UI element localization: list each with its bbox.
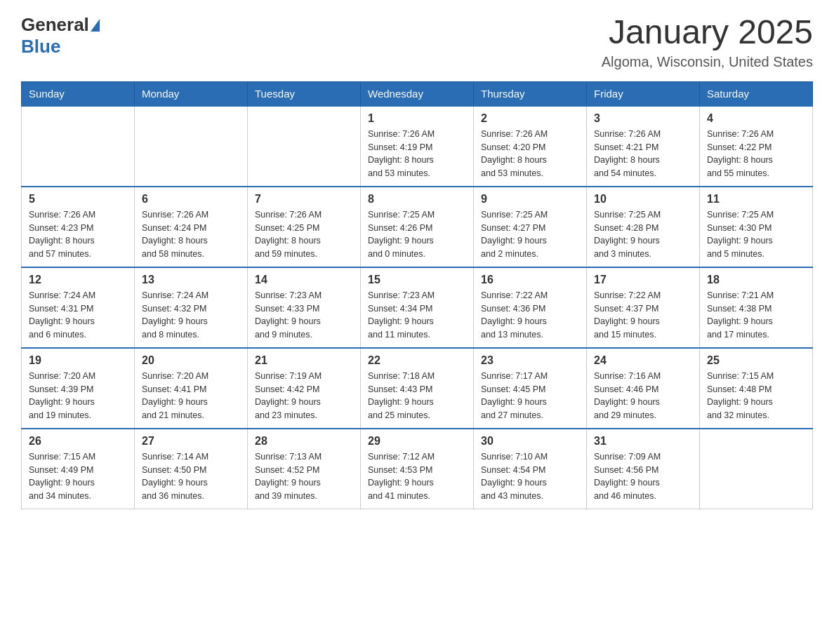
calendar-cell: 9Sunrise: 7:25 AMSunset: 4:27 PMDaylight…: [474, 187, 587, 267]
calendar-cell: 2Sunrise: 7:26 AMSunset: 4:20 PMDaylight…: [474, 106, 587, 187]
day-number: 31: [594, 435, 692, 448]
day-number: 9: [481, 193, 579, 206]
calendar-cell: 6Sunrise: 7:26 AMSunset: 4:24 PMDaylight…: [135, 187, 248, 267]
day-info: Sunrise: 7:20 AMSunset: 4:39 PMDaylight:…: [29, 370, 127, 422]
day-number: 26: [29, 435, 127, 448]
title-area: January 2025 Algoma, Wisconsin, United S…: [602, 14, 813, 70]
calendar-cell: 7Sunrise: 7:26 AMSunset: 4:25 PMDaylight…: [248, 187, 361, 267]
calendar-cell: 10Sunrise: 7:25 AMSunset: 4:28 PMDayligh…: [587, 187, 700, 267]
calendar-week-row: 26Sunrise: 7:15 AMSunset: 4:49 PMDayligh…: [22, 429, 813, 509]
calendar-header-row: Sunday Monday Tuesday Wednesday Thursday…: [22, 81, 813, 106]
calendar-cell: 16Sunrise: 7:22 AMSunset: 4:36 PMDayligh…: [474, 267, 587, 348]
calendar-cell: 11Sunrise: 7:25 AMSunset: 4:30 PMDayligh…: [700, 187, 813, 267]
header-thursday: Thursday: [474, 81, 587, 106]
day-number: 10: [594, 193, 692, 206]
calendar-cell: [248, 106, 361, 187]
day-info: Sunrise: 7:15 AMSunset: 4:48 PMDaylight:…: [707, 370, 805, 422]
header-monday: Monday: [135, 81, 248, 106]
day-number: 14: [255, 274, 353, 286]
page-header: General Blue January 2025 Algoma, Wiscon…: [21, 14, 813, 70]
day-number: 13: [142, 274, 240, 286]
day-number: 7: [255, 193, 353, 206]
day-number: 8: [368, 193, 466, 206]
location-subtitle: Algoma, Wisconsin, United States: [602, 54, 813, 70]
day-number: 19: [29, 354, 127, 367]
day-number: 1: [368, 112, 466, 125]
calendar-cell: 25Sunrise: 7:15 AMSunset: 4:48 PMDayligh…: [700, 348, 813, 429]
calendar-cell: 18Sunrise: 7:21 AMSunset: 4:38 PMDayligh…: [700, 267, 813, 348]
calendar-cell: 4Sunrise: 7:26 AMSunset: 4:22 PMDaylight…: [700, 106, 813, 187]
calendar-cell: 5Sunrise: 7:26 AMSunset: 4:23 PMDaylight…: [22, 187, 135, 267]
day-number: 16: [481, 274, 579, 286]
logo: General Blue: [21, 14, 100, 58]
day-info: Sunrise: 7:26 AMSunset: 4:20 PMDaylight:…: [481, 128, 579, 180]
day-number: 12: [29, 274, 127, 286]
day-number: 24: [594, 354, 692, 367]
calendar-cell: 21Sunrise: 7:19 AMSunset: 4:42 PMDayligh…: [248, 348, 361, 429]
day-info: Sunrise: 7:26 AMSunset: 4:24 PMDaylight:…: [142, 208, 240, 261]
calendar-cell: 12Sunrise: 7:24 AMSunset: 4:31 PMDayligh…: [22, 267, 135, 348]
day-info: Sunrise: 7:13 AMSunset: 4:52 PMDaylight:…: [255, 450, 353, 503]
day-info: Sunrise: 7:10 AMSunset: 4:54 PMDaylight:…: [481, 450, 579, 503]
calendar-week-row: 5Sunrise: 7:26 AMSunset: 4:23 PMDaylight…: [22, 187, 813, 267]
calendar-cell: 3Sunrise: 7:26 AMSunset: 4:21 PMDaylight…: [587, 106, 700, 187]
calendar-cell: 17Sunrise: 7:22 AMSunset: 4:37 PMDayligh…: [587, 267, 700, 348]
header-wednesday: Wednesday: [361, 81, 474, 106]
day-info: Sunrise: 7:16 AMSunset: 4:46 PMDaylight:…: [594, 370, 692, 422]
day-info: Sunrise: 7:26 AMSunset: 4:23 PMDaylight:…: [29, 208, 127, 261]
calendar-cell: 23Sunrise: 7:17 AMSunset: 4:45 PMDayligh…: [474, 348, 587, 429]
logo-blue-text: Blue: [21, 36, 60, 57]
day-number: 23: [481, 354, 579, 367]
calendar-cell: 15Sunrise: 7:23 AMSunset: 4:34 PMDayligh…: [361, 267, 474, 348]
logo-general-text: General: [21, 14, 89, 36]
day-number: 6: [142, 193, 240, 206]
calendar-cell: 13Sunrise: 7:24 AMSunset: 4:32 PMDayligh…: [135, 267, 248, 348]
day-number: 21: [255, 354, 353, 367]
calendar-cell: 19Sunrise: 7:20 AMSunset: 4:39 PMDayligh…: [22, 348, 135, 429]
calendar-week-row: 1Sunrise: 7:26 AMSunset: 4:19 PMDaylight…: [22, 106, 813, 187]
header-sunday: Sunday: [22, 81, 135, 106]
header-tuesday: Tuesday: [248, 81, 361, 106]
day-info: Sunrise: 7:22 AMSunset: 4:36 PMDaylight:…: [481, 289, 579, 342]
day-info: Sunrise: 7:18 AMSunset: 4:43 PMDaylight:…: [368, 370, 466, 422]
day-number: 17: [594, 274, 692, 286]
calendar-cell: 30Sunrise: 7:10 AMSunset: 4:54 PMDayligh…: [474, 429, 587, 509]
day-info: Sunrise: 7:22 AMSunset: 4:37 PMDaylight:…: [594, 289, 692, 342]
calendar-cell: 27Sunrise: 7:14 AMSunset: 4:50 PMDayligh…: [135, 429, 248, 509]
day-number: 3: [594, 112, 692, 125]
day-number: 29: [368, 435, 466, 448]
day-info: Sunrise: 7:26 AMSunset: 4:25 PMDaylight:…: [255, 208, 353, 261]
day-info: Sunrise: 7:25 AMSunset: 4:26 PMDaylight:…: [368, 208, 466, 261]
calendar-week-row: 12Sunrise: 7:24 AMSunset: 4:31 PMDayligh…: [22, 267, 813, 348]
calendar-cell: [700, 429, 813, 509]
calendar-cell: 22Sunrise: 7:18 AMSunset: 4:43 PMDayligh…: [361, 348, 474, 429]
day-info: Sunrise: 7:23 AMSunset: 4:34 PMDaylight:…: [368, 289, 466, 342]
day-info: Sunrise: 7:25 AMSunset: 4:28 PMDaylight:…: [594, 208, 692, 261]
calendar-cell: 28Sunrise: 7:13 AMSunset: 4:52 PMDayligh…: [248, 429, 361, 509]
day-info: Sunrise: 7:15 AMSunset: 4:49 PMDaylight:…: [29, 450, 127, 503]
calendar-cell: 26Sunrise: 7:15 AMSunset: 4:49 PMDayligh…: [22, 429, 135, 509]
day-info: Sunrise: 7:21 AMSunset: 4:38 PMDaylight:…: [707, 289, 805, 342]
day-info: Sunrise: 7:25 AMSunset: 4:27 PMDaylight:…: [481, 208, 579, 261]
logo-triangle-icon: [91, 19, 100, 32]
calendar-cell: [135, 106, 248, 187]
calendar-week-row: 19Sunrise: 7:20 AMSunset: 4:39 PMDayligh…: [22, 348, 813, 429]
day-number: 25: [707, 354, 805, 367]
day-number: 20: [142, 354, 240, 367]
calendar-cell: 8Sunrise: 7:25 AMSunset: 4:26 PMDaylight…: [361, 187, 474, 267]
day-info: Sunrise: 7:17 AMSunset: 4:45 PMDaylight:…: [481, 370, 579, 422]
calendar-cell: 20Sunrise: 7:20 AMSunset: 4:41 PMDayligh…: [135, 348, 248, 429]
day-number: 15: [368, 274, 466, 286]
day-info: Sunrise: 7:25 AMSunset: 4:30 PMDaylight:…: [707, 208, 805, 261]
day-info: Sunrise: 7:14 AMSunset: 4:50 PMDaylight:…: [142, 450, 240, 503]
calendar-cell: 29Sunrise: 7:12 AMSunset: 4:53 PMDayligh…: [361, 429, 474, 509]
header-saturday: Saturday: [700, 81, 813, 106]
day-info: Sunrise: 7:20 AMSunset: 4:41 PMDaylight:…: [142, 370, 240, 422]
day-info: Sunrise: 7:24 AMSunset: 4:32 PMDaylight:…: [142, 289, 240, 342]
calendar-cell: 31Sunrise: 7:09 AMSunset: 4:56 PMDayligh…: [587, 429, 700, 509]
day-number: 5: [29, 193, 127, 206]
day-info: Sunrise: 7:26 AMSunset: 4:21 PMDaylight:…: [594, 128, 692, 180]
header-friday: Friday: [587, 81, 700, 106]
day-number: 4: [707, 112, 805, 125]
calendar-table: Sunday Monday Tuesday Wednesday Thursday…: [21, 81, 813, 509]
